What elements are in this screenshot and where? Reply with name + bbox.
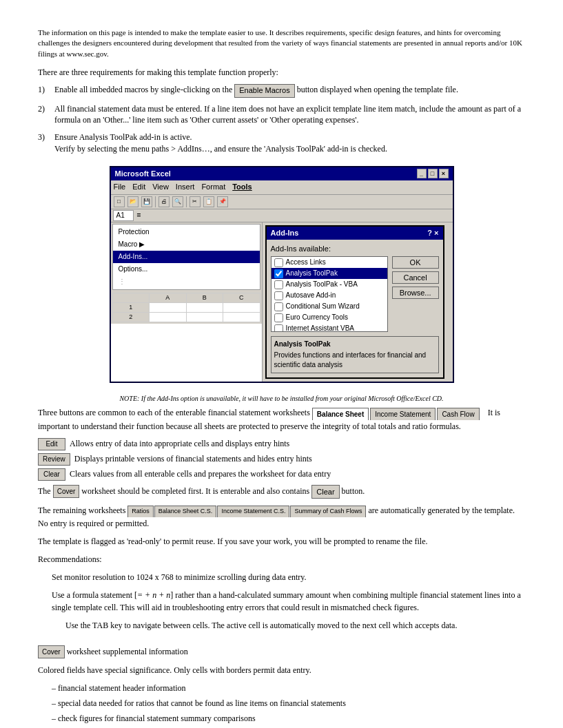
supplement-cover-tab[interactable]: Cover: [38, 645, 65, 658]
addins-label: Add-Ins available:: [271, 244, 439, 254]
req2-num: 2): [38, 103, 52, 115]
clear-desc: Clears values from all enterable cells a…: [70, 468, 331, 480]
addin-internet-assistant-checkbox[interactable]: [274, 324, 283, 333]
req1-num: 1): [38, 84, 52, 96]
requirement-3: 3) Ensure Analysis ToolPak add-in is act…: [38, 132, 525, 155]
formula-bar: A1 =: [111, 209, 453, 222]
recommendation-2: Use a formula statement [= + n + n] rath…: [38, 589, 525, 614]
addin-access-links-checkbox[interactable]: [274, 258, 283, 267]
excel-grid: A B C 1 2: [112, 293, 260, 322]
bullet-3: – check figures for financial statement …: [52, 712, 525, 725]
addins-description: Analysis ToolPak Provides functions and …: [271, 336, 439, 373]
worksheet-tabs-row: Balance Sheet Income Statement Cash Flow: [312, 408, 480, 420]
menu-insert[interactable]: Insert: [176, 182, 195, 192]
req3-num: 3): [38, 132, 52, 143]
addins-cancel-button[interactable]: Cancel: [392, 271, 439, 284]
menu-view[interactable]: View: [152, 182, 169, 192]
edit-button[interactable]: Edit: [38, 438, 65, 450]
intro-paragraph: The information on this page is intended…: [38, 28, 525, 59]
tab-balance-sheet[interactable]: Balance Sheet: [312, 408, 369, 420]
toolbar-buttons-section: Edit Allows entry of data into appropria…: [38, 438, 525, 481]
cover-tab[interactable]: Cover: [53, 485, 80, 498]
cut-icon: ✂: [190, 196, 201, 207]
addin-analysis-toolpak-vba-checkbox[interactable]: [274, 280, 283, 289]
addin-analysis-toolpak-checkbox[interactable]: [274, 269, 283, 278]
clear-button-row: Clear Clears values from all enterable c…: [38, 468, 525, 481]
review-desc: Displays printable versions of financial…: [74, 453, 312, 465]
tab-income-statement[interactable]: Income Statement: [370, 408, 436, 420]
excel-toolbar: □ 📂 💾 🖨 🔍 ✂ 📋 📌: [111, 195, 453, 209]
supplement-title-row: Cover worksheet supplemental information: [38, 645, 525, 659]
addins-browse-button[interactable]: Browse...: [392, 287, 439, 299]
addin-euro-checkbox[interactable]: [274, 313, 283, 322]
menu-tools[interactable]: Tools: [232, 182, 252, 192]
colored-fields-text: Colored fields have special significance…: [38, 664, 525, 676]
addins-desc-title: Analysis ToolPak: [274, 340, 436, 349]
addins-title: Add-Ins: [271, 228, 299, 238]
edit-desc: Allows entry of data into appropriate ce…: [70, 438, 289, 450]
maximize-icon: □: [428, 169, 438, 178]
excel-menubar: File Edit View Insert Format Tools: [111, 180, 453, 194]
requirement-2: 2) All financial statement data must be …: [38, 103, 525, 127]
review-button[interactable]: Review: [38, 453, 70, 466]
menu-edit[interactable]: Edit: [132, 182, 145, 192]
enable-macros-button[interactable]: Enable Macros: [234, 84, 294, 97]
addin-conditional-sum[interactable]: Conditional Sum Wizard: [272, 301, 387, 312]
addin-internet-assistant[interactable]: Internet Assistant VBA: [272, 323, 387, 332]
bullet-1: – financial statement header information: [52, 682, 525, 694]
addin-analysis-toolpak-vba[interactable]: Analysis ToolPak - VBA: [272, 279, 387, 290]
tab-cash-flow[interactable]: Cash Flow: [437, 408, 479, 420]
menu-protection[interactable]: Protection: [113, 226, 260, 238]
tab-income-statement-cs[interactable]: Income Statement C.S.: [217, 506, 289, 517]
menu-macro[interactable]: Macro ▶: [113, 238, 260, 251]
remaining-worksheets-paragraph: The remaining worksheets Ratios Balance …: [38, 504, 525, 530]
addins-buttons-panel: OK Cancel Browse...: [392, 256, 439, 332]
tools-dropdown: Protection Macro ▶ Add-Ins... Options...…: [111, 222, 263, 382]
paste-icon: 📌: [217, 196, 228, 207]
addin-access-links[interactable]: Access Links: [272, 257, 387, 268]
close-icon: ×: [439, 169, 449, 178]
req2-content: All financial statement data must be ent…: [54, 103, 525, 127]
requirements-header: There are three requirements for making …: [38, 66, 525, 79]
excel-screenshot: Microsoft Excel _ □ × File Edit View Ins…: [110, 166, 454, 384]
addin-autosave[interactable]: Autosave Add-in: [272, 290, 387, 301]
new-icon: □: [114, 196, 125, 207]
req3-content: Ensure Analysis ToolPak add-in is active…: [54, 132, 387, 155]
addin-autosave-checkbox[interactable]: [274, 291, 283, 300]
req1-content: Enable all imbedded macros by single-cli…: [54, 84, 458, 97]
review-button-row: Review Displays printable versions of fi…: [38, 453, 525, 466]
addin-analysis-toolpak[interactable]: Analysis ToolPak: [272, 268, 387, 279]
recommendation-3: Use the TAB key to navigate between cell…: [38, 619, 525, 632]
excel-body: Protection Macro ▶ Add-Ins... Options...…: [111, 222, 453, 382]
copy-icon: 📋: [203, 196, 214, 207]
print-icon: 🖨: [158, 196, 170, 207]
cover-worksheet-paragraph: The Cover worksheet should be completed …: [38, 485, 525, 499]
menu-addins[interactable]: Add-Ins...: [113, 251, 260, 263]
bullet-2: – special data needed for ratios that ca…: [52, 697, 525, 709]
addin-conditional-sum-checkbox[interactable]: [274, 302, 283, 311]
remaining-tabs: Ratios Balance Sheet C.S. Income Stateme…: [127, 506, 366, 517]
menu-extra: ⋮: [113, 275, 260, 288]
edit-button-row: Edit Allows entry of data into appropria…: [38, 438, 525, 450]
menu-file[interactable]: File: [114, 182, 126, 192]
menu-format[interactable]: Format: [201, 182, 225, 192]
recommendation-1: Set monitor resolution to 1024 x 768 to …: [38, 571, 525, 583]
save-icon: 💾: [141, 196, 152, 207]
recommendations-header: Recommendations:: [38, 553, 525, 565]
tab-ratios[interactable]: Ratios: [127, 506, 154, 517]
clear-button-2[interactable]: Clear: [311, 485, 339, 499]
readonly-paragraph: The template is flagged as 'read-only' t…: [38, 535, 525, 548]
addins-dialog: Add-Ins ? × Add-Ins available: Access Li…: [265, 225, 444, 379]
addins-desc-text: Provides functions and interfaces for fi…: [274, 351, 436, 370]
supplement-section: Cover worksheet supplemental information…: [38, 645, 525, 728]
minimize-icon: _: [417, 169, 427, 178]
addins-ok-button[interactable]: OK: [392, 256, 439, 269]
clear-button[interactable]: Clear: [38, 468, 65, 481]
preview-icon: 🔍: [172, 196, 183, 207]
tab-balance-sheet-cs[interactable]: Balance Sheet C.S.: [154, 506, 217, 517]
note-text: NOTE: If the Add-Ins option is unavailab…: [38, 394, 525, 404]
addin-euro[interactable]: Euro Currency Tools: [272, 312, 387, 323]
menu-options[interactable]: Options...: [113, 263, 260, 275]
tab-summary-cash-flows[interactable]: Summary of Cash Flows: [290, 506, 366, 517]
addins-close-icon[interactable]: ? ×: [427, 228, 438, 238]
